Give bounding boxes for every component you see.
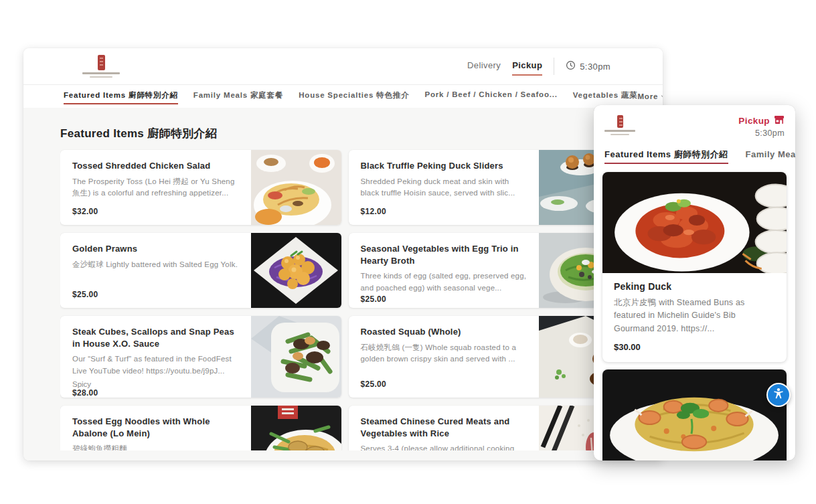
photo-braised-noodles (602, 369, 787, 460)
pickup-toggle[interactable]: Pickup (738, 115, 785, 127)
item-description: Our “Surf & Turf” as featured in the Foo… (72, 353, 239, 377)
item-description: 石岐燒乳鴿 (一隻) Whole squab roasted to a gold… (361, 342, 527, 366)
item-description: Three kinds of egg (salted egg, preserve… (361, 270, 527, 295)
photo-chicken-salad (251, 150, 341, 225)
item-price: $25.00 (361, 380, 527, 389)
item-name: Black Truffle Peking Duck Sliders (361, 160, 527, 172)
tab-featured-items[interactable]: Featured Items 廚師特別介紹 (64, 86, 178, 106)
logo-lantern-icon (98, 55, 105, 70)
fulfillment-switcher: Delivery Pickup 5:30pm (467, 58, 610, 75)
desktop-header: Delivery Pickup 5:30pm (23, 48, 663, 85)
menu-item-steak-cubes-xo-sauce[interactable]: Steak Cubes, Scallops and Snap Peas in H… (60, 316, 341, 398)
pickup-toggle[interactable]: Pickup (512, 60, 542, 73)
storefront-icon (774, 115, 785, 127)
mobile-header: Pickup 5:30pm (594, 105, 795, 142)
menu-grid: Tossed Shredded Chicken Salad The Prospe… (60, 150, 629, 450)
pickup-label: Pickup (738, 116, 770, 126)
menu-item-roasted-squab[interactable]: Roasted Squab (Whole) 石岐燒乳鴿 (一隻) Whole s… (349, 316, 630, 398)
item-spicy-tag: Spicy (72, 380, 239, 388)
delivery-toggle[interactable]: Delivery (467, 60, 501, 73)
item-description: Serves 3-4 (please allow additional cook… (361, 443, 527, 450)
photo-peking-duck (602, 172, 787, 273)
menu-content: Featured Items 廚師特別介紹 Tossed Shredded Ch… (23, 108, 663, 460)
category-nav: Featured Items 廚師特別介紹 Family Meals 家庭套餐 … (23, 85, 663, 108)
clock-icon (566, 60, 576, 72)
logo-lantern-icon (617, 115, 623, 128)
tab-family-meals[interactable]: Family Meals 家庭套餐 (193, 86, 283, 106)
menu-item-black-truffle-peking-duck-sliders[interactable]: Black Truffle Peking Duck Sliders Shredd… (349, 150, 630, 225)
item-name: Seasonal Vegetables with Egg Trio in Hea… (361, 243, 527, 266)
item-price: $12.00 (361, 207, 527, 216)
menu-item-cured-meats-rice[interactable]: Steamed Chinese Cured Meats and Vegetabl… (349, 406, 630, 450)
desktop-order-window: Delivery Pickup 5:30pm Featured Items 廚師… (23, 48, 663, 460)
item-name: Steak Cubes, Scallops and Snap Peas in H… (72, 326, 239, 349)
item-name: Golden Prawns (72, 243, 239, 255)
mobile-order-panel: Pickup 5:30pm Featured Items 廚師特別介紹 Fami… (594, 105, 795, 460)
item-description: Shredded Peking duck meat and skin with … (361, 176, 527, 200)
menu-item-egg-noodles-abalone[interactable]: Tossed Egg Noodles with Whole Abalone (L… (60, 406, 341, 450)
menu-item-seasonal-vegetables-egg-trio[interactable]: Seasonal Vegetables with Egg Trio in Hea… (349, 233, 630, 308)
item-price: $30.00 (614, 342, 775, 352)
item-name: Tossed Egg Noodles with Whole Abalone (L… (72, 416, 239, 439)
item-price: $25.00 (361, 295, 527, 304)
item-description: The Prosperity Toss (Lo Hei 撈起 or Yu She… (72, 176, 239, 200)
category-tabs: Featured Items 廚師特別介紹 Family Meals 家庭套餐 … (64, 86, 637, 106)
divider (554, 58, 554, 75)
menu-item-golden-prawns[interactable]: Golden Prawns 金沙蝦球 Lightly battered with… (60, 233, 341, 308)
photo-steak-snap-peas (251, 316, 341, 398)
item-description: 金沙蝦球 Lightly battered with Salted Egg Yo… (72, 259, 239, 271)
tab-family-meals[interactable]: Family Meals 家庭套餐 (746, 149, 795, 167)
tab-pork-beef-chicken-seafood[interactable]: Pork / Beef / Chicken / Seafoo... (424, 86, 557, 106)
item-price: $25.00 (72, 290, 239, 299)
section-title: Featured Items 廚師特別介紹 (60, 126, 629, 141)
item-price: $32.00 (72, 207, 239, 216)
logo-text-line (604, 130, 635, 132)
photo-abalone-noodles (251, 406, 341, 450)
more-menu-button[interactable]: More (637, 92, 663, 100)
menu-item-braised-noodles-jumbo-prawns[interactable]: Braised Noodles with Jumbo Prawns (602, 369, 787, 460)
item-name: Tossed Shredded Chicken Salad (72, 160, 239, 172)
logo-text-line (610, 134, 629, 135)
pickup-time-label: 5:30pm (580, 62, 610, 72)
tab-featured-items[interactable]: Featured Items 廚師特別介紹 (604, 149, 728, 167)
tab-house-specialties[interactable]: House Specialties 特色推介 (299, 86, 409, 106)
chevron-down-icon (661, 92, 663, 98)
mobile-category-tabs: Featured Items 廚師特別介紹 Family Meals 家庭套餐 (594, 142, 795, 167)
pickup-time-label[interactable]: 5:30pm (755, 129, 785, 138)
photo-golden-prawns (251, 233, 341, 308)
logo-text-line (82, 72, 120, 74)
logo-text-line (90, 76, 112, 78)
item-description: 北京片皮鴨 with Steamed Buns as featured in M… (614, 297, 775, 335)
restaurant-logo[interactable] (604, 115, 635, 135)
item-description: 碧綠鮑魚撈粗麵 (72, 443, 239, 450)
more-label: More (637, 92, 658, 100)
item-name: Peking Duck (614, 281, 775, 292)
pickup-time-selector[interactable]: 5:30pm (566, 60, 610, 72)
item-name: Steamed Chinese Cured Meats and Vegetabl… (361, 416, 527, 439)
menu-item-peking-duck[interactable]: Peking Duck 北京片皮鴨 with Steamed Buns as f… (602, 172, 787, 362)
page: Delivery Pickup 5:30pm Featured Items 廚師… (0, 0, 816, 504)
item-name: Roasted Squab (Whole) (361, 326, 527, 338)
item-price: $28.00 (72, 388, 239, 398)
tab-vegetables[interactable]: Vegetables 蔬菜 (573, 86, 638, 106)
restaurant-logo[interactable] (82, 55, 120, 78)
accessibility-icon (771, 386, 786, 404)
menu-item-tossed-shredded-chicken-salad[interactable]: Tossed Shredded Chicken Salad The Prospe… (60, 150, 341, 225)
accessibility-widget-button[interactable] (766, 383, 791, 407)
